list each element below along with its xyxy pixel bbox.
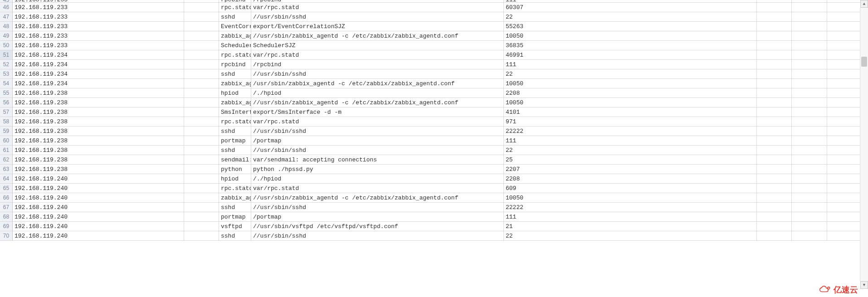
cell-empty[interactable] [184,22,219,31]
cell-ip[interactable]: 192.168.119.238 [13,146,184,155]
cell-path[interactable]: /./hpiod [251,174,504,184]
cell-empty[interactable] [757,146,792,155]
cell-ip[interactable]: 192.168.119.240 [13,222,184,231]
cell-empty[interactable] [757,136,792,146]
cell-port[interactable]: 36835 [504,41,757,50]
cell-empty[interactable] [184,41,219,50]
cell-empty[interactable] [757,222,792,231]
cell-empty[interactable] [184,98,219,107]
cell-process[interactable]: SmsInterface [219,107,251,117]
cell-port[interactable]: 55263 [504,22,757,31]
cell-empty[interactable] [184,193,219,203]
cell-empty[interactable] [792,231,827,241]
cell-port[interactable]: 22222 [504,203,757,212]
cell-ip[interactable]: 192.168.119.238 [13,165,184,174]
cell-empty[interactable] [184,127,219,136]
cell-empty[interactable] [184,117,219,127]
cell-process[interactable]: zabbix_agentd [219,98,251,107]
vertical-scrollbar-thumb[interactable] [861,57,867,67]
cell-ip[interactable]: 192.168.119.234 [13,50,184,60]
cell-empty[interactable] [792,127,827,136]
cell-path[interactable]: //usr/sbin/sshd [251,146,504,155]
cell-ip[interactable]: 192.168.119.240 [13,193,184,203]
cell-empty[interactable] [792,3,827,12]
cell-process[interactable]: sshd [219,127,251,136]
cell-empty[interactable] [792,98,827,107]
cell-path[interactable]: var/rpc.statd [251,50,504,60]
cell-path[interactable]: //usr/sbin/sshd [251,69,504,79]
cell-ip[interactable]: 192.168.119.238 [13,117,184,127]
cell-process[interactable]: SchedulerSJZ [219,41,251,50]
cell-empty[interactable] [792,174,827,184]
cell-empty[interactable] [792,222,827,231]
row-number[interactable]: 63 [0,165,13,174]
cell-empty[interactable] [757,212,792,222]
cell-ip[interactable]: 192.168.119.234 [13,69,184,79]
cell-empty[interactable] [184,60,219,69]
cell-empty[interactable] [757,174,792,184]
cell-path[interactable]: var/rpc.statd [251,3,504,12]
cell-port[interactable]: 10050 [504,98,757,107]
cell-empty[interactable] [792,60,827,69]
cell-empty[interactable] [184,222,219,231]
cell-empty[interactable] [757,231,792,241]
cell-ip[interactable]: 192.168.119.238 [13,98,184,107]
cell-empty[interactable] [792,146,827,155]
row-number[interactable]: 56 [0,98,13,107]
row-number[interactable]: 53 [0,69,13,79]
cell-port[interactable]: 22222 [504,127,757,136]
row-number[interactable]: 66 [0,193,13,203]
cell-empty[interactable] [792,203,827,212]
cell-ip[interactable]: 192.168.119.240 [13,212,184,222]
cell-empty[interactable] [757,184,792,193]
row-number[interactable]: 68 [0,212,13,222]
row-number[interactable]: 60 [0,136,13,146]
row-number[interactable]: 57 [0,107,13,117]
cell-empty[interactable] [184,3,219,12]
cell-process[interactable]: rpcbind [219,60,251,69]
cell-process[interactable]: rpc.statd [219,3,251,12]
row-number[interactable]: 58 [0,117,13,127]
cell-empty[interactable] [792,136,827,146]
cell-empty[interactable] [184,165,219,174]
cell-empty[interactable] [792,69,827,79]
cell-empty[interactable] [792,22,827,31]
row-number[interactable]: 64 [0,174,13,184]
cell-empty[interactable] [757,50,792,60]
row-number[interactable]: 48 [0,22,13,31]
cell-ip[interactable]: 192.168.119.233 [13,3,184,12]
cell-port[interactable]: 10050 [504,193,757,203]
cell-port[interactable]: 21 [504,222,757,231]
cell-empty[interactable] [184,212,219,222]
cell-process[interactable]: EventCorrelat [219,22,251,31]
cell-path[interactable]: /portmap [251,212,504,222]
cell-empty[interactable] [757,155,792,165]
cell-process[interactable]: sendmail: [219,155,251,165]
cell-port[interactable]: 22 [504,12,757,22]
cell-empty[interactable] [757,203,792,212]
cell-empty[interactable] [757,127,792,136]
cell-process[interactable]: portmap [219,136,251,146]
cell-process[interactable]: portmap [219,212,251,222]
cell-empty[interactable] [184,203,219,212]
cell-ip[interactable]: 192.168.119.238 [13,127,184,136]
cell-port[interactable]: 2208 [504,174,757,184]
cell-ip[interactable]: 192.168.119.238 [13,155,184,165]
cell-path[interactable]: /portmap [251,136,504,146]
cell-ip[interactable]: 192.168.119.233 [13,12,184,22]
cell-ip[interactable]: 192.168.119.240 [13,174,184,184]
cell-empty[interactable] [757,165,792,174]
cell-empty[interactable] [184,231,219,241]
cell-port[interactable]: 2208 [504,88,757,98]
cell-empty[interactable] [184,136,219,146]
cell-path[interactable]: python ./hpssd.py [251,165,504,174]
cell-path[interactable]: //usr/sbin/sshd [251,203,504,212]
cell-process[interactable]: zabbix_agentd [219,79,251,88]
cell-path[interactable]: var/sendmail: accepting connections [251,155,504,165]
cell-port[interactable]: 60307 [504,3,757,12]
cell-empty[interactable] [792,107,827,117]
cell-path[interactable]: /rpcbind [251,60,504,69]
cell-process[interactable]: sshd [219,231,251,241]
row-number[interactable]: 50 [0,41,13,50]
cell-ip[interactable]: 192.168.119.233 [13,41,184,50]
